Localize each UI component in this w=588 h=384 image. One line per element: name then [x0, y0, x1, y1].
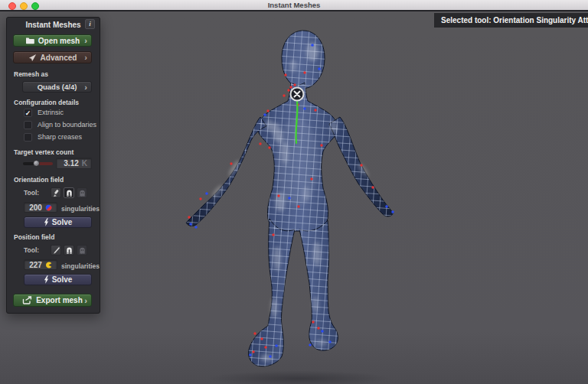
orientation-ghost-tool-button[interactable]	[77, 187, 87, 198]
position-singularity-count: 227	[29, 261, 42, 269]
position-field-label: Position field	[14, 233, 54, 241]
folder-icon	[25, 37, 34, 44]
ghost-icon	[78, 189, 87, 197]
ghost-icon	[78, 246, 87, 255]
orientation-solve-label: Solve	[52, 218, 73, 226]
extrinsic-checkbox[interactable]: ✓	[24, 109, 32, 117]
export-mesh-label: Export mesh	[36, 296, 83, 304]
vertex-count-value: 3.12	[64, 159, 78, 168]
extrinsic-label: Extrinsic	[38, 109, 64, 116]
orientation-tool-row: Tool:	[24, 187, 90, 198]
export-icon	[22, 296, 32, 304]
target-vertex-count-label: Target vertex count	[14, 148, 74, 156]
align-boundaries-label: Align to boundaries	[38, 121, 96, 129]
position-solve-button[interactable]: Solve	[24, 274, 92, 285]
align-boundaries-checkbox[interactable]	[24, 121, 32, 129]
instant-meshes-window: Selected tool: Orientation Singularity A…	[0, 0, 588, 384]
position-pen-tool-button[interactable]	[51, 245, 61, 255]
open-mesh-label: Open mesh	[38, 37, 80, 45]
position-tool-label: Tool:	[24, 246, 51, 254]
pen-icon	[52, 246, 60, 255]
position-ghost-tool-button[interactable]	[77, 245, 87, 255]
lightning-icon	[44, 218, 49, 226]
position-solve-label: Solve	[52, 275, 73, 284]
sharp-creases-checkbox[interactable]	[24, 133, 32, 142]
advanced-label: Advanced	[41, 54, 77, 62]
remesh-as-label: Remesh as	[14, 70, 48, 78]
paper-plane-icon	[28, 54, 37, 62]
magnet-icon	[65, 246, 74, 255]
info-button[interactable]: i	[85, 19, 95, 29]
control-panel: Instant Meshes i Open mesh › Advanced › …	[6, 17, 100, 314]
chevron-right-icon: ›	[84, 295, 87, 304]
checkbox-row-extrinsic: ✓ Extrinsic	[24, 108, 64, 117]
brush-icon	[52, 189, 60, 197]
orientation-field-label: Orientation field	[14, 176, 64, 184]
orientation-solve-button[interactable]: Solve	[24, 216, 92, 228]
checkbox-row-align-boundaries: Align to boundaries	[24, 120, 96, 129]
chevron-right-icon: ›	[84, 36, 87, 45]
selected-tool-tooltip: Selected tool: Orientation Singularity A…	[434, 13, 588, 28]
chevron-right-icon: ›	[84, 53, 87, 62]
lightning-icon	[44, 275, 49, 284]
remesh-type-dropdown[interactable]: Quads (4/4) ›	[22, 81, 92, 93]
advanced-button[interactable]: Advanced ›	[13, 51, 92, 63]
vertex-count-slider[interactable]	[23, 162, 53, 165]
orientation-singularity-count: 200	[29, 203, 42, 212]
position-singularity-icon	[45, 262, 52, 268]
configuration-details-label: Configuration details	[14, 99, 79, 106]
position-singularity-count-field[interactable]: 227	[24, 259, 57, 270]
vertex-count-field[interactable]: 3.12 K	[56, 158, 92, 169]
chevron-right-icon: ›	[84, 82, 87, 91]
orientation-singularities-label: singularities	[61, 205, 100, 213]
orientation-tool-label: Tool:	[24, 189, 51, 197]
export-mesh-button[interactable]: Export mesh ›	[13, 294, 92, 307]
titlebar: Instant Meshes	[0, 0, 588, 10]
open-mesh-button[interactable]: Open mesh ›	[13, 34, 92, 47]
sharp-creases-label: Sharp creases	[38, 133, 82, 141]
position-tool-row: Tool:	[24, 245, 90, 255]
position-singularities-label: singularities	[61, 262, 100, 270]
orientation-brush-tool-button[interactable]	[51, 187, 61, 198]
magnet-icon	[65, 189, 74, 197]
vertex-count-unit: K	[82, 159, 87, 168]
position-singularity-attractor-button[interactable]	[64, 245, 74, 255]
remesh-type-value: Quads (4/4)	[38, 83, 77, 91]
orientation-singularity-attractor-button[interactable]	[64, 187, 74, 198]
checkbox-row-sharp-creases: Sharp creases	[24, 132, 82, 142]
orientation-singularity-icon	[45, 204, 52, 211]
slider-knob[interactable]	[33, 160, 40, 167]
window-title: Instant Meshes	[0, 0, 588, 10]
singularity-attractor-marker[interactable]	[291, 88, 304, 101]
orientation-singularity-count-field[interactable]: 200	[24, 202, 57, 213]
